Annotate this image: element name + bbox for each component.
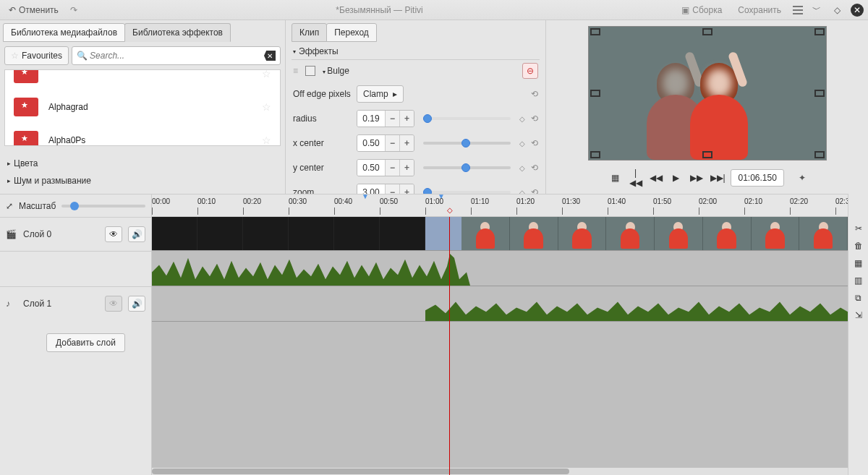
cut-tool[interactable]: ✂ [848,220,868,237]
reset-button[interactable]: ⟲ [531,138,538,148]
layer-visibility-button[interactable]: 👁 [105,226,122,242]
delete-tool[interactable]: 🗑 [848,237,868,254]
keyframe-icon[interactable]: ◇ [519,140,525,147]
favourite-star-icon[interactable]: ☆ [262,134,271,146]
add-layer-button[interactable]: Добавить слой [46,333,125,352]
effect-item[interactable]: Alphagrad ☆ [5,90,280,124]
redo-button[interactable]: ↷ [66,4,82,17]
audio-clip[interactable] [425,286,848,321]
effects-section-header[interactable]: Эффекты [292,42,540,60]
resize-handle[interactable] [590,28,600,35]
increment-button[interactable]: + [399,160,414,176]
detach-button[interactable]: ▦ [609,173,622,183]
decrement-button[interactable]: − [385,160,399,176]
viewer-settings-button[interactable]: ✦ [799,173,806,183]
transition-clip[interactable] [425,217,461,250]
keyframe-icon[interactable]: ◇ [519,115,525,123]
effect-item[interactable]: ☆ [5,69,280,90]
decrement-button[interactable]: − [385,135,399,151]
ycenter-slider[interactable] [423,166,511,169]
effect-enable-checkbox[interactable] [305,66,315,76]
timeline-ruler[interactable]: ▼ ▼ ◇ 00:0000:1000:2000:3000:4000:5001:0… [152,194,848,217]
video-clip[interactable] [461,217,848,250]
tab-clip[interactable]: Клип [292,23,327,42]
reset-button[interactable]: ⟲ [531,89,538,99]
video-track-0[interactable] [152,217,848,251]
reset-button[interactable]: ⟲ [531,114,538,124]
ycenter-spinner[interactable]: 0.50 − + [357,159,414,176]
xcenter-slider[interactable] [423,142,511,145]
spinner-value[interactable]: 0.50 [357,135,385,151]
spinner-value[interactable]: 0.19 [357,111,385,127]
timeline[interactable]: ▼ ▼ ◇ 00:0000:1000:2000:3000:4000:5001:0… [152,194,848,475]
increment-button[interactable]: + [399,111,414,127]
render-button[interactable]: ▣ Сборка [677,4,726,17]
playhead-marker[interactable]: ◇ [447,206,453,214]
timecode-display[interactable]: 01:06.150 [731,169,784,187]
keyframe-icon[interactable]: ◇ [519,164,525,172]
tab-media-library[interactable]: Библиотека медиафайлов [3,23,125,42]
category-colors[interactable]: Цвета [7,155,278,172]
layer-0-header[interactable]: 🎬 Слой 0 👁 🔊 [0,217,151,251]
copy-tool[interactable]: ⧉ [848,289,868,307]
audio-track-1[interactable] [152,286,848,322]
category-noise-blur[interactable]: Шум и размывание [7,172,278,189]
rewind-button[interactable]: ◀◀ [650,173,663,183]
radius-slider[interactable] [423,117,511,120]
menu-button[interactable] [793,6,803,14]
layer-audio-button[interactable]: 🔊 [128,226,145,242]
delete-effect-button[interactable]: ⊖ [522,63,538,79]
drag-handle-icon[interactable]: ≡ [293,66,298,76]
video-preview[interactable] [588,26,827,161]
resize-handle[interactable] [590,90,600,97]
horizontal-scrollbar[interactable] [152,468,848,475]
tab-effects-library[interactable]: Библиотека эффектов [124,23,231,42]
reset-button[interactable]: ⟲ [531,163,538,173]
resize-handle[interactable] [814,28,825,35]
group-tool[interactable]: ▦ [848,254,868,272]
layer-name[interactable]: Слой 0 [23,229,99,239]
favourite-star-icon[interactable]: ☆ [262,101,271,113]
zoom-slider[interactable] [61,205,145,207]
resize-handle[interactable] [702,28,712,35]
resize-handle[interactable] [814,90,825,97]
video-clip[interactable] [152,217,425,250]
save-button[interactable]: Сохранить [733,4,786,17]
spinner-value[interactable]: 0.50 [357,160,385,176]
close-button[interactable]: ✕ [851,4,864,17]
tab-transition[interactable]: Переход [326,23,377,42]
minimize-button[interactable]: ﹀ [810,4,823,17]
favourite-star-icon[interactable]: ☆ [262,69,271,80]
layer-1-header[interactable]: ♪ Слой 1 👁 🔊 [0,286,151,320]
skip-start-button[interactable]: |◀◀ [629,168,642,188]
layer-visibility-button[interactable]: 👁 [105,296,122,312]
increment-button[interactable]: + [399,135,414,151]
playhead[interactable] [449,217,450,475]
resize-handle[interactable] [590,151,600,158]
off-edge-dropdown[interactable]: Clamp▸ [357,85,404,103]
effect-item[interactable]: Alpha0Ps ☆ [5,124,280,146]
search-field[interactable]: 🔍 ✕ [72,46,281,65]
align-tool[interactable]: ⇲ [848,307,868,324]
decrement-button[interactable]: − [385,111,399,127]
layer-audio-button[interactable]: 🔊 [128,296,145,312]
search-input[interactable] [88,48,264,63]
play-button[interactable]: ▶ [670,173,683,183]
resize-handle[interactable] [702,151,712,158]
layer-name[interactable]: Слой 1 [23,299,99,309]
forward-button[interactable]: ▶▶ [690,173,703,183]
effects-list[interactable]: ☆ Alphagrad ☆ Alpha0Ps ☆ [4,69,281,146]
skip-end-button[interactable]: ▶▶| [710,173,723,183]
clear-search-button[interactable]: ✕ [264,51,276,61]
audio-clip[interactable] [152,251,470,286]
xcenter-spinner[interactable]: 0.50 − + [357,134,414,152]
maximize-button[interactable]: ◇ [830,4,843,17]
marker-icon[interactable]: ▼ [362,194,369,200]
radius-spinner[interactable]: 0.19 − + [357,110,414,127]
effect-bulge[interactable]: Bulge [323,66,349,76]
resize-handle[interactable] [814,151,825,158]
ungroup-tool[interactable]: ▥ [848,272,868,289]
audio-track-0[interactable] [152,251,848,286]
undo-button[interactable]: ↶ Отменить [4,4,63,17]
favourites-button[interactable]: ☆ Favourites [4,46,69,65]
